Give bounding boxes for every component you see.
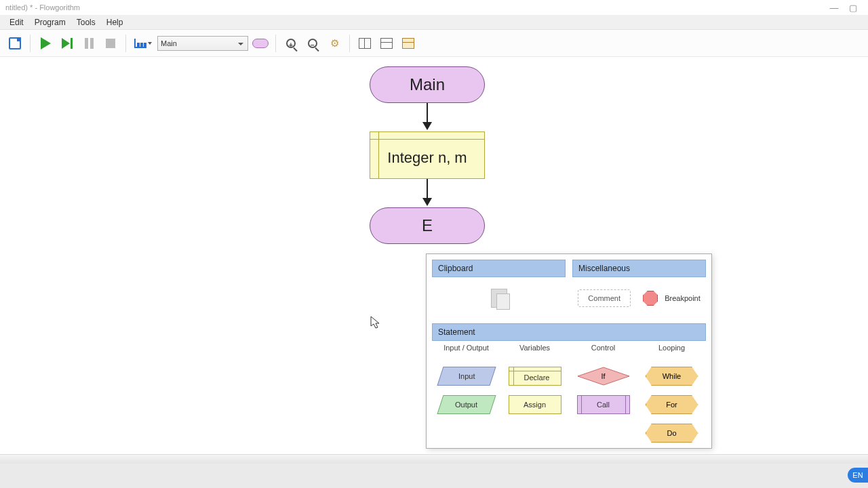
breakpoint-button[interactable]: Breakpoint [643,291,701,306]
comment-button[interactable]: Comment [578,289,631,307]
menu-tools[interactable]: Tools [71,16,101,29]
title-bar: ntitled) * - Flowgorithm — ▢ [0,0,868,15]
layout-toggle-2[interactable] [377,34,396,53]
call-shape-button[interactable]: Call [577,395,630,414]
while-shape-button[interactable]: While [646,367,698,386]
col-loop-header: Looping [658,344,685,356]
status-bar: EN [0,454,868,488]
layout3-icon [402,38,414,49]
col-ctrl-header: Control [591,344,615,356]
start-node-label: Main [410,75,445,94]
end-node-label: E [422,216,433,235]
end-node[interactable]: E [370,207,485,244]
zoom-in-icon: + [286,39,296,48]
connector-2[interactable] [427,179,428,199]
insert-shape-popup: Clipboard Miscellaneous Comment Breakpoi… [426,253,712,449]
do-shape-button[interactable]: Do [646,424,698,443]
paste-button[interactable] [491,289,507,308]
gear-icon: ⚙ [328,37,340,49]
save-button[interactable] [5,34,24,53]
col-vars-header: Variables [519,344,550,356]
start-node[interactable]: Main [370,66,485,103]
zoom-in-button[interactable]: + [281,34,300,53]
input-shape-button[interactable]: Input [437,367,496,386]
run-button[interactable] [36,34,55,53]
col-io-header: Input / Output [443,344,489,356]
layout-toggle-1[interactable] [355,34,374,53]
zoom-out-button[interactable]: − [303,34,322,53]
assign-shape-button[interactable]: Assign [509,395,561,414]
maximize-button[interactable]: ▢ [844,1,863,14]
menu-edit[interactable]: Edit [4,16,29,29]
add-function-button[interactable] [251,34,270,53]
pause-button[interactable] [79,34,98,53]
statement-header: Statement [432,323,706,341]
menu-help[interactable]: Help [101,16,129,29]
variables-button[interactable] [132,34,155,53]
chart-icon [134,39,146,48]
terminal-icon [252,39,269,48]
minimize-button[interactable]: — [825,1,844,14]
flowchart-canvas[interactable]: Main Integer n, m E Clipboard Miscellane… [0,57,868,454]
declare-node[interactable]: Integer n, m [370,131,485,179]
style-button[interactable]: ⚙ [325,34,344,53]
window-title: ntitled) * - Flowgorithm [5,3,80,12]
breakpoint-icon [643,291,658,306]
function-dropdown-value: Main [161,39,177,47]
code-viewer-button[interactable] [399,34,418,53]
if-shape-button[interactable]: If [577,367,630,386]
clipboard-header: Clipboard [432,260,566,277]
step-button[interactable] [58,34,77,53]
layout-icon [359,38,371,49]
menu-bar: Edit Program Tools Help [0,15,868,30]
declare-node-label: Integer n, m [387,149,467,167]
output-shape-button[interactable]: Output [437,395,496,414]
language-pill[interactable]: EN [848,468,868,483]
save-icon [9,37,21,49]
for-shape-button[interactable]: For [646,395,698,414]
declare-shape-button[interactable]: Declare [509,367,561,386]
stop-icon [106,39,115,48]
layout2-icon [380,38,393,49]
pause-icon [85,38,94,49]
function-dropdown[interactable]: Main [157,36,248,51]
zoom-out-icon: − [308,39,317,48]
stop-button[interactable] [101,34,120,53]
menu-program[interactable]: Program [29,16,71,29]
toolbar: Main + − ⚙ [0,30,868,57]
connector-1[interactable] [427,103,428,123]
play-icon [41,37,51,49]
miscellaneous-header: Miscellaneous [572,260,706,277]
step-icon [62,38,73,49]
